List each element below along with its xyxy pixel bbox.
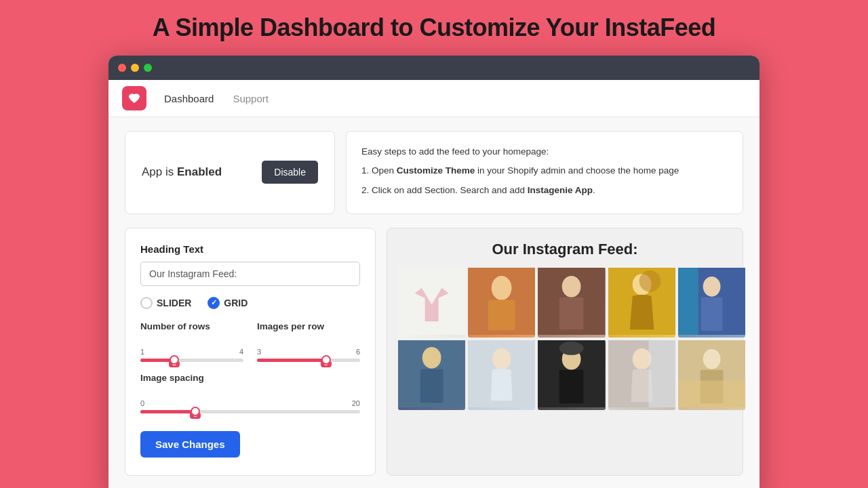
svg-point-15 [422, 347, 441, 369]
svg-rect-21 [559, 370, 584, 404]
slider-option[interactable]: SLIDER [140, 297, 191, 309]
spacing-label: Image spacing [140, 373, 360, 383]
feed-image-2 [468, 268, 535, 338]
browser-titlebar [108, 56, 760, 80]
svg-rect-25 [648, 340, 675, 407]
images-handle[interactable] [321, 355, 331, 365]
svg-point-12 [703, 277, 721, 297]
svg-rect-0 [398, 268, 465, 335]
step2-suffix: . [593, 185, 595, 195]
controls-panel: Heading Text SLIDER ✓ GRID [125, 228, 376, 476]
svg-point-22 [559, 342, 584, 355]
bottom-section: Heading Text SLIDER ✓ GRID [125, 228, 743, 476]
rows-numbers: 1 4 [140, 348, 243, 356]
svg-point-9 [639, 270, 660, 292]
feed-image-3 [538, 268, 605, 338]
spacing-min: 0 [140, 399, 144, 407]
steps-intro: Easy steps to add the feed to your homep… [361, 144, 728, 160]
rows-label: Number of rows [140, 321, 243, 331]
top-section: App is Enabled Disable Easy steps to add… [125, 131, 743, 214]
images-track-wrap: 3 6 5 [257, 337, 360, 362]
step2-bold: Instagenie App [528, 185, 593, 195]
nav-support[interactable]: Support [231, 90, 270, 107]
images-label: Images per row [257, 321, 360, 331]
step1-link: Customize Theme [397, 165, 475, 176]
svg-rect-3 [488, 300, 515, 331]
sliders-row: Number of rows 1 4 2 [140, 321, 360, 362]
disable-button[interactable]: Disable [262, 161, 318, 184]
svg-point-5 [562, 276, 581, 298]
step2-prefix: 2. Click on add Section. Search and add [361, 185, 528, 195]
save-button[interactable]: Save Changes [140, 431, 240, 458]
dot-green [144, 64, 152, 72]
feed-heading: Our Instagram Feed: [492, 241, 637, 258]
preview-panel: Our Instagram Feed: [387, 228, 743, 476]
app-status-value: Enabled [177, 165, 222, 178]
feed-image-9 [608, 340, 675, 410]
svg-rect-11 [678, 268, 698, 335]
images-min: 3 [257, 348, 261, 356]
step-1: 1. Open Customize Theme in your Shopify … [361, 163, 728, 179]
step1-suffix: in your Shopify admin and choose the hom… [475, 165, 679, 176]
feed-image-7 [468, 340, 535, 410]
feed-image-10 [678, 340, 745, 410]
dot-yellow [131, 64, 139, 72]
grid-radio[interactable]: ✓ [208, 297, 220, 309]
spacing-track-wrap: 0 20 5 [140, 388, 360, 413]
heading-input[interactable] [140, 262, 360, 286]
images-bar[interactable] [257, 359, 360, 362]
spacing-max: 20 [352, 399, 360, 407]
feed-image-6 [398, 340, 465, 410]
browser-window: Dashboard Support App is Enabled Disable… [108, 56, 760, 488]
svg-point-27 [703, 349, 721, 369]
feed-image-5 [678, 268, 745, 338]
images-slider-group: Images per row 3 6 5 [257, 321, 360, 362]
grid-option[interactable]: ✓ GRID [208, 297, 248, 309]
feed-grid [398, 268, 732, 405]
rows-max: 4 [239, 348, 243, 356]
svg-rect-6 [559, 298, 584, 330]
svg-point-2 [492, 276, 512, 300]
rows-min: 1 [140, 348, 144, 356]
spacing-bar[interactable] [140, 410, 360, 413]
app-status-box: App is Enabled Disable [125, 131, 335, 214]
images-numbers: 3 6 [257, 348, 360, 356]
spacing-fill [140, 410, 195, 413]
images-max: 6 [356, 348, 360, 356]
rows-bar[interactable] [140, 359, 243, 362]
spacing-slider-group: Image spacing 0 20 5 [140, 373, 360, 413]
images-fill [257, 359, 326, 362]
slider-label: SLIDER [157, 298, 191, 308]
feed-image-4 [608, 268, 675, 338]
heading-label: Heading Text [140, 243, 360, 255]
rows-track-wrap: 1 4 2 [140, 337, 243, 362]
rows-handle[interactable] [170, 355, 179, 365]
steps-box: Easy steps to add the feed to your homep… [346, 131, 743, 214]
svg-rect-16 [420, 369, 443, 403]
page-title: A Simple Dashboard to Customize Your Ins… [153, 14, 715, 42]
spacing-handle[interactable] [191, 407, 200, 416]
grid-label: GRID [224, 298, 248, 308]
svg-point-24 [632, 348, 651, 370]
nav-bar: Dashboard Support [108, 80, 760, 117]
feed-image-8 [538, 340, 605, 410]
spacing-numbers: 0 20 [140, 399, 360, 407]
app-status-text: App is Enabled [142, 165, 222, 179]
step-2: 2. Click on add Section. Search and add … [361, 182, 728, 199]
app-logo [122, 86, 146, 110]
content-area: App is Enabled Disable Easy steps to add… [108, 117, 760, 488]
dot-red [118, 64, 126, 72]
svg-rect-13 [701, 298, 723, 331]
layout-radio-group: SLIDER ✓ GRID [140, 297, 360, 309]
feed-image-1 [398, 268, 465, 338]
rows-slider-group: Number of rows 1 4 2 [140, 321, 243, 362]
nav-dashboard[interactable]: Dashboard [163, 90, 215, 107]
svg-point-18 [492, 348, 511, 370]
slider-radio[interactable] [140, 297, 153, 309]
svg-rect-29 [678, 381, 745, 408]
